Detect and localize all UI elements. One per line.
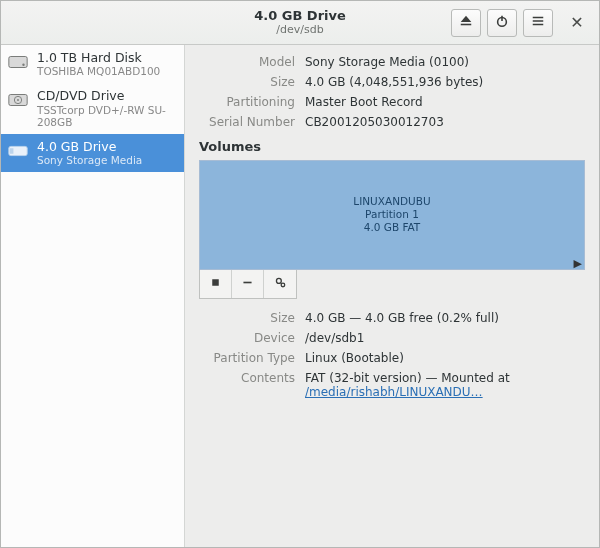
- device-sub: Sony Storage Media: [37, 154, 142, 166]
- optical-icon: [7, 89, 29, 111]
- eject-button[interactable]: [451, 9, 481, 37]
- label-size: Size: [199, 75, 295, 89]
- device-title: 4.0 GB Drive: [37, 140, 142, 154]
- volumes-heading: Volumes: [199, 139, 585, 154]
- eject-icon: [459, 14, 473, 31]
- device-item-hdd[interactable]: 1.0 TB Hard Disk TOSHIBA MQ01ABD100: [1, 45, 184, 83]
- title-box: 4.0 GB Drive /dev/sdb: [254, 9, 346, 35]
- value-part-type: Linux (Bootable): [305, 351, 585, 365]
- expand-icon[interactable]: ▶: [574, 257, 582, 270]
- label-partitioning: Partitioning: [199, 95, 295, 109]
- value-part-size: 4.0 GB — 4.0 GB free (0.2% full): [305, 311, 585, 325]
- svg-rect-1: [9, 57, 27, 68]
- delete-partition-button[interactable]: [232, 270, 264, 298]
- label-part-type: Partition Type: [199, 351, 295, 365]
- close-button[interactable]: ✕: [563, 9, 591, 37]
- svg-point-11: [281, 283, 285, 287]
- value-size: 4.0 GB (4,048,551,936 bytes): [305, 75, 585, 89]
- close-icon: ✕: [570, 13, 583, 32]
- vol-part: Partition 1: [353, 208, 430, 221]
- device-sub: TSSTcorp DVD+/-RW SU-208GB: [37, 104, 176, 128]
- volume-toolbar: [199, 270, 297, 299]
- svg-rect-7: [10, 148, 14, 154]
- power-button[interactable]: [487, 9, 517, 37]
- minus-icon: [241, 276, 254, 292]
- window: 4.0 GB Drive /dev/sdb ✕: [0, 0, 600, 548]
- device-item-usb[interactable]: 4.0 GB Drive Sony Storage Media: [1, 134, 184, 172]
- hamburger-icon: [531, 14, 545, 31]
- usb-drive-icon: [7, 140, 29, 162]
- device-title: 1.0 TB Hard Disk: [37, 51, 160, 65]
- label-serial: Serial Number: [199, 115, 295, 129]
- device-sidebar: 1.0 TB Hard Disk TOSHIBA MQ01ABD100 CD/D…: [1, 45, 185, 547]
- label-part-device: Device: [199, 331, 295, 345]
- label-part-size: Size: [199, 311, 295, 325]
- value-serial: CB2001205030012703: [305, 115, 585, 129]
- drive-properties: Model Sony Storage Media (0100) Size 4.0…: [199, 55, 585, 129]
- body: 1.0 TB Hard Disk TOSHIBA MQ01ABD100 CD/D…: [1, 45, 599, 547]
- partition-properties: Size 4.0 GB — 4.0 GB free (0.2% full) De…: [199, 311, 585, 399]
- label-model: Model: [199, 55, 295, 69]
- more-options-button[interactable]: [264, 270, 296, 298]
- value-partitioning: Master Boot Record: [305, 95, 585, 109]
- label-part-contents: Contents: [199, 371, 295, 399]
- header-right-group: ✕: [451, 9, 591, 37]
- svg-rect-9: [243, 282, 251, 284]
- device-title: CD/DVD Drive: [37, 89, 176, 103]
- svg-point-2: [22, 64, 24, 66]
- header-bar: 4.0 GB Drive /dev/sdb ✕: [1, 1, 599, 45]
- device-sub: TOSHIBA MQ01ABD100: [37, 65, 160, 77]
- contents-text: FAT (32-bit version) — Mounted at: [305, 371, 510, 385]
- svg-point-5: [17, 100, 19, 102]
- vol-name: LINUXANDUBU: [353, 195, 430, 208]
- unmount-button[interactable]: [200, 270, 232, 298]
- window-title: 4.0 GB Drive: [254, 9, 346, 23]
- window-subtitle: /dev/sdb: [254, 24, 346, 36]
- value-model: Sony Storage Media (0100): [305, 55, 585, 69]
- vol-fs: 4.0 GB FAT: [353, 222, 430, 235]
- device-item-optical[interactable]: CD/DVD Drive TSSTcorp DVD+/-RW SU-208GB: [1, 83, 184, 134]
- detail-pane: Model Sony Storage Media (0100) Size 4.0…: [185, 45, 599, 547]
- stop-icon: [209, 276, 222, 292]
- power-icon: [495, 14, 509, 31]
- gears-icon: [274, 276, 287, 292]
- mount-point-link[interactable]: /media/rishabh/LINUXANDU…: [305, 385, 483, 399]
- hdd-icon: [7, 51, 29, 73]
- volume-block[interactable]: LINUXANDUBU Partition 1 4.0 GB FAT ▶: [199, 160, 585, 270]
- volume-block-label: LINUXANDUBU Partition 1 4.0 GB FAT: [353, 195, 430, 234]
- value-part-device: /dev/sdb1: [305, 331, 585, 345]
- menu-button[interactable]: [523, 9, 553, 37]
- value-part-contents: FAT (32-bit version) — Mounted at /media…: [305, 371, 585, 399]
- svg-point-10: [276, 278, 281, 283]
- svg-rect-8: [212, 279, 219, 286]
